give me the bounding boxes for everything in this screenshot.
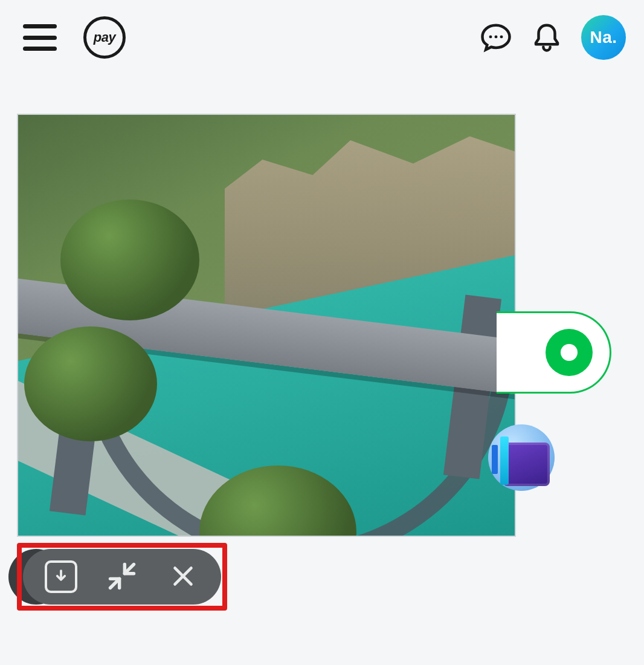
avatar[interactable]: Na. [581, 15, 626, 60]
minimize-button[interactable] [98, 553, 146, 601]
svg-point-0 [489, 35, 492, 38]
pay-logo[interactable]: pay [83, 16, 126, 59]
svg-point-2 [500, 35, 503, 38]
download-icon [45, 560, 77, 593]
close-icon [169, 562, 197, 592]
gift-box-icon [503, 443, 550, 486]
bell-icon[interactable] [530, 21, 563, 54]
close-button[interactable] [159, 553, 207, 601]
chat-icon[interactable] [480, 21, 512, 54]
gift-ribbon-icon [500, 436, 509, 485]
download-button[interactable] [37, 553, 85, 601]
preview-toolbar [23, 549, 221, 605]
preview-image[interactable] [17, 114, 516, 537]
menu-button[interactable] [23, 24, 57, 51]
avatar-label: Na. [590, 28, 617, 47]
svg-point-1 [495, 35, 498, 38]
side-toggle[interactable] [497, 311, 611, 394]
toggle-knob-icon [546, 329, 593, 376]
gift-tag-icon [492, 445, 498, 474]
pay-logo-label: pay [94, 30, 115, 45]
top-bar-right: Na. [480, 15, 626, 60]
minimize-icon [106, 560, 138, 594]
floating-preview [17, 114, 516, 537]
top-bar-left: pay [23, 16, 126, 59]
top-bar: pay Na. [0, 13, 644, 62]
gift-badge[interactable] [493, 429, 565, 496]
